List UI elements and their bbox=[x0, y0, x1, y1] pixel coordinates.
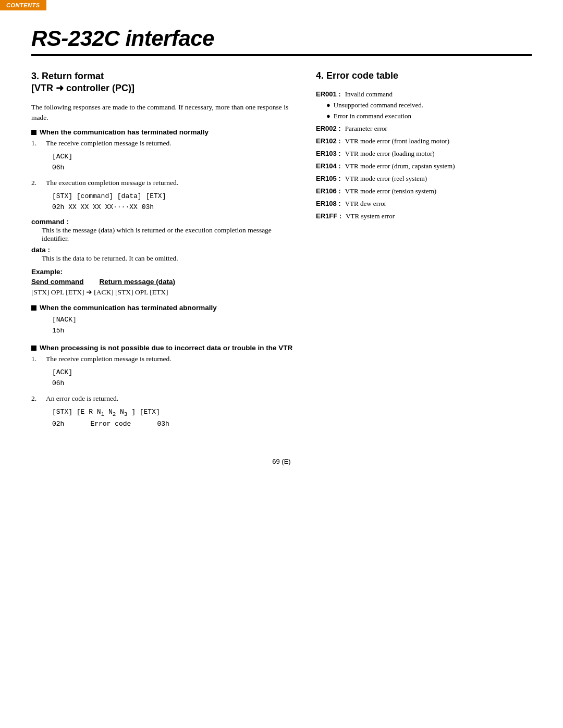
stx-error-codes: 02h Error code 03h bbox=[52, 419, 295, 430]
stx-error-block: [STX] [E R N1 N2 N3 ] [ETX] 02h Error co… bbox=[52, 407, 295, 430]
bullet-square-icon bbox=[31, 130, 36, 135]
bullet3-item1: 1. The receive completion message is ret… bbox=[31, 355, 295, 363]
data-block: data : This is the data to be returned. … bbox=[31, 246, 295, 263]
bullet-abnormally: When the communication has terminated ab… bbox=[31, 304, 295, 337]
bullet1-item2: 2. The execution completion message is r… bbox=[31, 179, 295, 187]
title-divider bbox=[31, 54, 532, 56]
send-command-col: Send command bbox=[31, 278, 84, 286]
bullet1-item1: 1. The receive completion message is ret… bbox=[31, 139, 295, 147]
right-column: 4. Error code table ER001 : Invalid comm… bbox=[316, 70, 532, 437]
error-row-er103: ER103 : VTR mode error (loading motor) bbox=[316, 148, 532, 159]
bullet-square-icon2 bbox=[31, 305, 36, 311]
example-row: [STX] OPL [ETX] ➜ [ACK] [STX] OPL [ETX] bbox=[31, 288, 295, 297]
section3-intro: The following responses are made to the … bbox=[31, 102, 295, 124]
error-row-er001: ER001 : Invalid command ● Unsupported co… bbox=[316, 89, 532, 122]
error-row-er108: ER108 : VTR dew error bbox=[316, 198, 532, 209]
error-row-er104: ER104 : VTR mode error (drum, capstan sy… bbox=[316, 161, 532, 172]
error-row-er105: ER105 : VTR mode error (reel system) bbox=[316, 173, 532, 184]
ack-code-block2: [ACK] 06h bbox=[52, 367, 295, 389]
bullet-normally-header: When the communication has terminated no… bbox=[31, 128, 295, 136]
error-table: ER001 : Invalid command ● Unsupported co… bbox=[316, 89, 532, 222]
stx-code-block: [STX] [command] [data] [ETX] 02h XX XX X… bbox=[52, 191, 295, 213]
example-table: Send command Return message (data) bbox=[31, 278, 295, 286]
section4-title: 4. Error code table bbox=[316, 70, 532, 81]
error-row-er102: ER102 : VTR mode error (front loading mo… bbox=[316, 135, 532, 147]
error-row-er1ff: ER1FF : VTR system error bbox=[316, 211, 532, 222]
er001-sub2: ● Error in command execution bbox=[326, 111, 532, 122]
section3-title: 3. Return format [VTR ➜ controller (PC)] bbox=[31, 70, 295, 95]
er001-sub1: ● Unsupported command received. bbox=[326, 100, 532, 111]
bullet-square-icon3 bbox=[31, 346, 36, 351]
contents-tab[interactable]: CONTENTS bbox=[0, 0, 46, 10]
bullet-trouble: When processing is not possible due to i… bbox=[31, 344, 295, 429]
bullet-normally: When the communication has terminated no… bbox=[31, 128, 295, 297]
bullet-trouble-header: When processing is not possible due to i… bbox=[31, 344, 295, 352]
example-section: Example: Send command Return message (da… bbox=[31, 268, 295, 297]
page-number: 69 (E) bbox=[31, 458, 532, 465]
nack-code-block: [NACK] 15h bbox=[52, 315, 295, 337]
ack-code-block: [ACK] 06h bbox=[52, 152, 295, 174]
left-column: 3. Return format [VTR ➜ controller (PC)]… bbox=[31, 70, 295, 437]
error-row-er106: ER106 : VTR mode error (tension system) bbox=[316, 186, 532, 197]
page-title: RS-232C interface bbox=[31, 26, 532, 51]
return-message-col: Return message (data) bbox=[100, 278, 176, 286]
stx-error-line: [STX] [E R N1 N2 N3 ] [ETX] bbox=[52, 407, 295, 419]
bullet3-item2: 2. An error code is returned. bbox=[31, 394, 295, 403]
bullet-abnormally-header: When the communication has terminated ab… bbox=[31, 304, 295, 312]
error-row-er002: ER002 : Parameter error bbox=[316, 123, 532, 134]
command-block: command : This is the message (data) whi… bbox=[31, 218, 295, 243]
